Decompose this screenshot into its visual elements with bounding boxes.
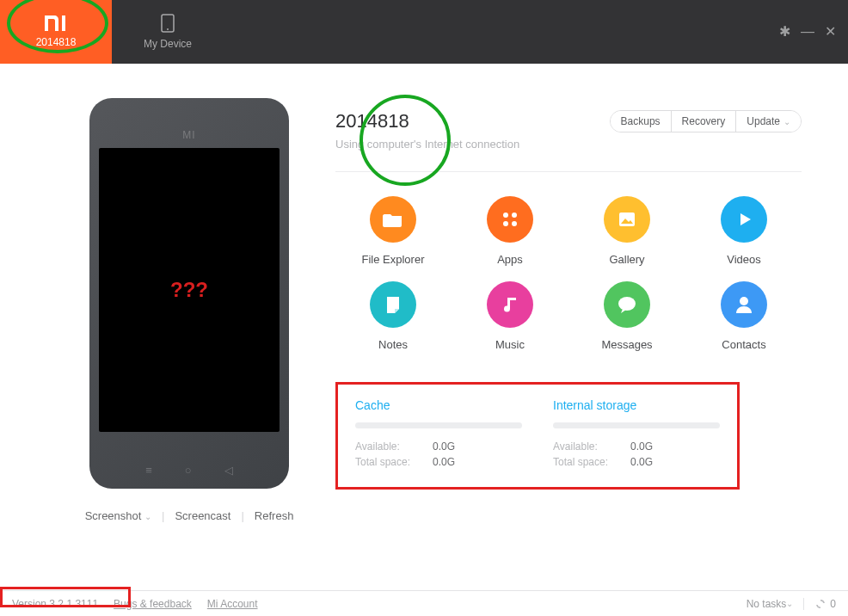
svg-marker-7	[740, 213, 751, 225]
storage-internal-title: Internal storage	[553, 398, 720, 412]
mi-logo-icon	[45, 15, 67, 31]
svg-point-8	[618, 297, 636, 311]
device-subtitle: Using computer's Internet connection	[335, 138, 519, 151]
refresh-button[interactable]: Refresh	[248, 509, 301, 522]
svg-point-1	[167, 28, 169, 30]
device-button-group: Backups Recovery Update ⌄	[610, 110, 802, 132]
storage-internal-bar	[553, 422, 720, 428]
tab-my-device[interactable]: My Device	[112, 0, 224, 64]
bugs-feedback-link[interactable]: Bugs & feedback	[114, 598, 192, 610]
storage-panel: Cache Available:0.0G Total space:0.0G In…	[335, 382, 740, 490]
screencast-button[interactable]: Screencast	[168, 509, 237, 522]
storage-cache-title: Cache	[355, 398, 522, 412]
window-controls: ✱ — ✕	[779, 0, 848, 64]
gallery-icon	[604, 196, 650, 243]
mi-account-link[interactable]: Mi Account	[207, 598, 258, 610]
tile-videos[interactable]: Videos	[690, 196, 798, 266]
phone-icon	[161, 14, 175, 33]
chevron-down-icon: ⌄	[783, 117, 790, 126]
svg-point-3	[512, 213, 517, 218]
folder-icon	[370, 196, 416, 243]
storage-cache: Cache Available:0.0G Total space:0.0G	[355, 398, 522, 471]
internal-available: 0.0G	[630, 440, 653, 453]
version-label: Version 3.2.1.3111	[12, 598, 98, 610]
recovery-button[interactable]: Recovery	[672, 111, 737, 132]
tile-label: File Explorer	[362, 253, 425, 266]
phone-screen: ???	[99, 148, 280, 432]
tasks-label[interactable]: No tasks	[747, 598, 787, 610]
tile-notes[interactable]: Notes	[339, 281, 447, 351]
phone-actions: Screenshot ⌄ | Screencast | Refresh	[78, 509, 301, 522]
tile-label: Contacts	[722, 338, 765, 351]
phone-brand: MI	[182, 129, 195, 141]
titlebar: 2014818 My Device ✱ — ✕	[0, 0, 848, 64]
screenshot-button[interactable]: Screenshot ⌄	[78, 509, 158, 522]
apps-icon	[487, 196, 533, 243]
tile-file-explorer[interactable]: File Explorer	[339, 196, 447, 266]
music-icon	[487, 281, 533, 328]
cache-total: 0.0G	[433, 456, 455, 468]
note-icon	[370, 281, 416, 328]
close-icon[interactable]: ✕	[825, 25, 836, 39]
sync-icon	[814, 598, 826, 610]
svg-point-5	[512, 221, 517, 226]
tile-contacts[interactable]: Contacts	[690, 281, 798, 351]
svg-point-4	[503, 221, 508, 226]
tile-label: Videos	[727, 253, 761, 266]
cache-available: 0.0G	[433, 440, 455, 453]
tile-gallery[interactable]: Gallery	[573, 196, 681, 266]
tile-label: Messages	[601, 338, 652, 351]
svg-point-2	[503, 213, 508, 218]
tab-device-2014818[interactable]: 2014818	[0, 0, 112, 64]
phone-preview: MI ??? ≡○◁	[89, 98, 289, 489]
update-button[interactable]: Update ⌄	[736, 111, 801, 132]
message-icon	[604, 281, 650, 328]
tile-music[interactable]: Music	[456, 281, 564, 351]
svg-point-9	[740, 297, 748, 305]
tile-apps[interactable]: Apps	[456, 196, 564, 266]
tile-messages[interactable]: Messages	[573, 281, 681, 351]
sync-count: 0	[830, 598, 836, 610]
tile-label: Music	[495, 338, 525, 351]
device-name: 2014818	[335, 110, 519, 132]
minimize-icon[interactable]: —	[801, 25, 814, 39]
tab-label: 2014818	[36, 36, 77, 48]
chevron-down-icon: ⌄	[786, 599, 793, 608]
storage-cache-bar	[355, 422, 522, 428]
settings-icon[interactable]: ✱	[779, 25, 790, 39]
storage-internal: Internal storage Available:0.0G Total sp…	[553, 398, 720, 471]
tile-label: Gallery	[609, 253, 644, 266]
tile-label: Notes	[378, 338, 408, 351]
backups-button[interactable]: Backups	[611, 111, 672, 132]
phone-nav-keys: ≡○◁	[89, 464, 289, 477]
svg-rect-6	[619, 213, 635, 226]
chevron-down-icon: ⌄	[144, 512, 151, 521]
phone-screen-text: ???	[170, 278, 208, 302]
internal-total: 0.0G	[630, 456, 653, 468]
video-icon	[721, 196, 767, 243]
statusbar: Version 3.2.1.3111 Bugs & feedback Mi Ac…	[0, 590, 848, 616]
tile-grid: File ExplorerAppsGalleryVideosNotesMusic…	[335, 196, 802, 351]
tab-label: My Device	[144, 38, 192, 50]
contact-icon	[721, 281, 767, 328]
tile-label: Apps	[497, 253, 523, 266]
sync-status[interactable]: 0	[803, 598, 836, 610]
